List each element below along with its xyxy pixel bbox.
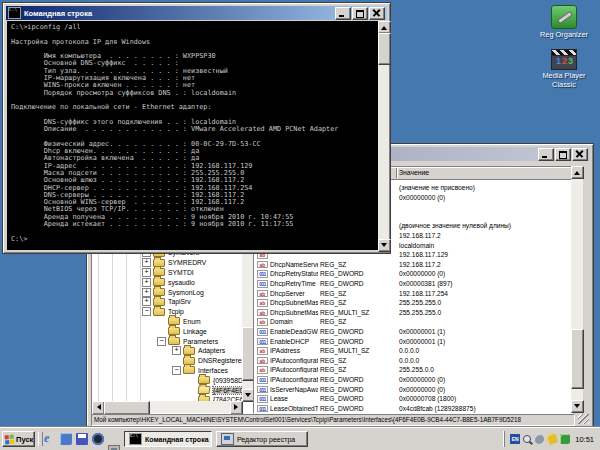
folder-icon [183,347,195,355]
quicklaunch-floppy-icon[interactable] [76,433,88,445]
value-type: REG_SZ [320,261,346,268]
value-type: REG_DWORD [320,395,364,402]
quicklaunch-tv-icon[interactable] [108,445,120,450]
maximize-button[interactable] [352,7,368,20]
value-name: DhcpSubnetMask... [270,309,318,316]
value-data: 0x00000000 (0) [399,386,445,393]
registry-value-row[interactable]: abIPAutoconfigurati...REG_SZ255.255.0.0 [254,365,572,375]
registry-value-row[interactable]: 011DhcpRetryTimeREG_DWORD0x00000381 (897… [254,279,572,289]
registry-value-row[interactable]: abIPAutoconfigurati...REG_SZ0.0.0.0 [254,356,572,366]
value-name: LeaseObtainedTime [270,405,318,412]
tree-expander-icon[interactable]: − [172,366,181,375]
tree-expander-icon[interactable]: + [142,258,151,267]
registry-value-row[interactable]: abDhcpNameServerREG_SZ192.168.117.2 [254,260,572,270]
tree-key-sysmonlog[interactable]: +SysmonLog [92,287,255,297]
tree-key-parameters[interactable]: −Parameters [92,336,255,346]
tree-expander-icon[interactable]: − [157,337,166,346]
taskbar-button-cmd[interactable]: C:\ Командная строка [124,431,212,447]
value-data: 192.168.117.129 [399,251,448,258]
minimize-button[interactable] [335,7,351,20]
value-name: IPAutoconfigurati... [270,366,318,373]
console-text: C:\>ipconfig /all Настройка протокола IP… [11,24,338,243]
reg-string-icon: ab [257,290,268,298]
folder-icon [153,298,165,306]
tree-expander-icon[interactable]: + [142,278,151,287]
tree-key-label: Interfaces [198,367,228,374]
tree-key-symredrv[interactable]: +SYMREDRV [92,258,255,268]
reg-dword-icon: 011 [257,328,268,336]
tree-expander-icon[interactable]: + [142,297,151,306]
registry-value-row[interactable]: 011EnableDHCPREG_DWORD0x00000001 (1) [254,337,572,347]
tray-yellow-icon[interactable] [546,433,559,446]
close-button[interactable] [369,7,385,20]
reg-string-icon: ab [257,299,268,307]
quicklaunch-app-icon[interactable] [60,433,72,445]
tree-key-interfaces[interactable]: −Interfaces [92,366,255,376]
tree-horizontal-scrollbar[interactable] [92,401,242,413]
column-header-value[interactable]: Значение [399,169,429,176]
scrollbar-thumb[interactable] [378,33,391,65]
tree-key-093958db6041[interactable]: {093958DB-6041- [92,375,255,385]
values-vertical-scrollbar[interactable] [571,166,583,412]
value-name: DhcpNameServer [270,261,318,268]
reg-dword-icon: 011 [257,405,268,413]
registry-value-row[interactable]: 011LeaseObtainedTimeREG_DWORD0x4cd8fcab … [254,404,572,414]
maximize-button[interactable] [555,148,571,161]
start-button[interactable]: Пуск [2,431,35,447]
tray-green-icon[interactable] [560,434,570,444]
tray-magnifier-icon[interactable] [523,435,531,443]
value-data: (двоичное значение нулевой длины) [399,222,511,229]
tray-language-icon[interactable]: EN [510,434,520,444]
quicklaunch-ie-icon[interactable]: e [44,433,56,445]
tree-key-4f6f4e0b9cb4[interactable]: {4F6F4E0B-9CB4- [92,385,255,395]
tree-key-tapisrv[interactable]: +TapiSrv [92,297,255,307]
folder-icon [168,337,180,345]
registry-value-row[interactable]: abDhcpSubnetMaskREG_SZ255.255.255.0 [254,298,572,308]
close-button[interactable] [572,148,588,161]
console-output: C:\>ipconfig /all Настройка протокола IP… [7,21,378,250]
desktop-icon-reg-organizer[interactable]: Reg Organizer [532,5,596,40]
tree-key-sysaudio[interactable]: +sysaudio [92,277,255,287]
folder-icon [168,327,180,335]
value-name: EnableDeadGWD... [270,328,318,335]
registry-value-row[interactable]: abIPAddressREG_MULTI_SZ0.0.0.0 [254,346,572,356]
value-type: REG_DWORD [320,338,364,345]
value-data: 0.0.0.0 [399,347,419,354]
value-data: 192.168.117.254 [399,290,448,297]
tree-key-dnsregisteredadapters[interactable]: DNSRegisteredAdapters [92,356,255,366]
status-bar-path: Мой компьютер\HKEY_LOCAL_MACHINE\SYSTEM\… [91,414,575,426]
cmd-titlebar[interactable]: C:\ Командная строка [6,6,387,20]
tree-expander-icon[interactable]: + [172,346,181,355]
reg-string-icon: ab [257,366,268,374]
tree-expander-icon[interactable]: + [142,288,151,297]
quicklaunch-media-player-icon[interactable] [92,433,104,445]
registry-value-row[interactable]: 011IPAutoconfigurati...REG_DWORD0x000000… [254,375,572,385]
console-vertical-scrollbar[interactable] [378,21,389,250]
registry-value-row[interactable]: 011LeaseREG_DWORD0x00000708 (1800) [254,394,572,404]
registry-value-row[interactable]: 011DhcpRetryStatusREG_DWORD0x00000000 (0… [254,269,572,279]
scrollbar-thumb[interactable] [104,401,150,415]
registry-value-row[interactable]: 011EnableDeadGWD...REG_DWORD0x00000001 (… [254,327,572,337]
value-data: 0x00000001 (1) [399,328,445,335]
resize-grip[interactable] [578,414,589,424]
registry-value-row[interactable]: abDomainREG_SZ [254,317,572,327]
taskbar-divider [38,432,43,446]
folder-icon [153,259,165,267]
value-data: 0x00000381 (897) [399,280,453,287]
tree-key-label: SYMTDI [168,269,194,276]
desktop-icon-media-player-classic[interactable]: 1 2 3 Media Player Classic [532,49,596,89]
tray-disc-icon[interactable] [534,434,544,444]
value-data: 0x00000000 (0) [399,194,445,201]
tree-expander-icon[interactable]: + [142,268,151,277]
registry-value-row[interactable]: abDhcpServerREG_SZ192.168.117.254 [254,289,572,299]
scrollbar-thumb[interactable] [571,329,584,389]
tree-expander-icon[interactable]: − [142,307,151,316]
tree-key-adapters[interactable]: +Adapters [92,346,255,356]
registry-value-row[interactable]: abDhcpSubnetMask...REG_MULTI_SZ255.255.2… [254,308,572,318]
taskbar-button-regedit[interactable]: Редактор реестра [216,431,308,447]
registry-value-row[interactable]: 011IsServerNapAwareREG_DWORD0x00000000 (… [254,385,572,395]
minimize-button[interactable] [538,148,554,161]
folder-icon [198,386,211,394]
folder-icon [183,366,195,374]
tree-key-symtdi[interactable]: +SYMTDI [92,268,255,278]
